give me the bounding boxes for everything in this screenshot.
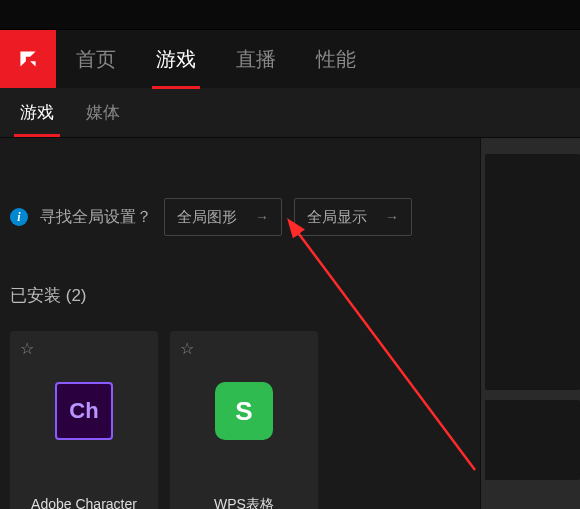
nav-streaming[interactable]: 直播 — [216, 30, 296, 88]
nav-gaming[interactable]: 游戏 — [136, 30, 216, 88]
sidebar-tile[interactable] — [485, 400, 580, 480]
global-settings-row: i 寻找全局设置？ 全局图形 → 全局显示 → — [10, 198, 470, 236]
subnav-media[interactable]: 媒体 — [70, 88, 136, 137]
app-cards: ☆ Ch Adobe Character ☆ S WPS表格 — [10, 331, 470, 509]
global-graphics-label: 全局图形 — [177, 208, 237, 227]
main-nav-items: 首页 游戏 直播 性能 — [56, 30, 376, 88]
app-icon-adobe-character: Ch — [55, 382, 113, 440]
subnav-games[interactable]: 游戏 — [4, 88, 70, 137]
app-label: Adobe Character — [31, 496, 137, 509]
favorite-star-icon[interactable]: ☆ — [180, 339, 194, 358]
sub-nav: 游戏 媒体 — [0, 88, 580, 138]
nav-performance[interactable]: 性能 — [296, 30, 376, 88]
nav-home[interactable]: 首页 — [56, 30, 136, 88]
arrow-right-icon: → — [385, 209, 399, 225]
app-card[interactable]: ☆ S WPS表格 — [170, 331, 318, 509]
favorite-star-icon[interactable]: ☆ — [20, 339, 34, 358]
app-icon-wps: S — [215, 382, 273, 440]
window-titlebar — [0, 0, 580, 30]
global-display-label: 全局显示 — [307, 208, 367, 227]
global-display-button[interactable]: 全局显示 → — [294, 198, 412, 236]
info-icon: i — [10, 208, 28, 226]
arrow-right-icon: → — [255, 209, 269, 225]
installed-header: 已安装 (2) — [10, 284, 470, 307]
amd-logo-icon — [15, 46, 41, 72]
global-settings-prompt: 寻找全局设置？ — [40, 207, 152, 228]
main-nav: 首页 游戏 直播 性能 — [0, 30, 580, 88]
content-area: i 寻找全局设置？ 全局图形 → 全局显示 → 已安装 (2) ☆ Ch Ado… — [0, 138, 580, 509]
amd-logo[interactable] — [0, 30, 56, 88]
left-pane: i 寻找全局设置？ 全局图形 → 全局显示 → 已安装 (2) ☆ Ch Ado… — [0, 138, 480, 509]
sidebar-tile[interactable] — [485, 154, 580, 390]
global-graphics-button[interactable]: 全局图形 → — [164, 198, 282, 236]
app-label: WPS表格 — [214, 496, 274, 509]
app-card[interactable]: ☆ Ch Adobe Character — [10, 331, 158, 509]
right-sidebar — [480, 138, 580, 509]
